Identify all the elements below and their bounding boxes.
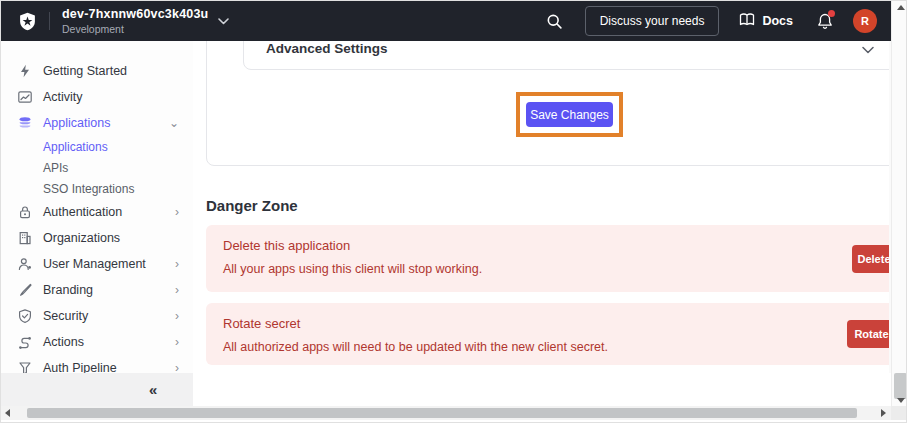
sidebar-subitem-apis[interactable]: APIs	[1, 157, 193, 178]
horizontal-scrollbar-thumb[interactable]	[27, 408, 857, 418]
layers-icon	[17, 116, 32, 131]
user-icon	[17, 257, 32, 272]
user-avatar[interactable]: R	[853, 9, 877, 33]
chevron-right-icon: ›	[175, 362, 179, 373]
search-icon[interactable]	[546, 13, 563, 30]
shield-check-icon	[17, 309, 32, 324]
sidebar-item-activity[interactable]: Activity	[1, 84, 193, 110]
advanced-settings-label: Advanced Settings	[266, 41, 388, 56]
docs-link[interactable]: Docs	[739, 13, 793, 30]
sidebar-item-label: Getting Started	[43, 64, 179, 78]
scroll-up-arrow-icon[interactable]	[897, 5, 905, 10]
discuss-your-needs-button[interactable]: Discuss your needs	[585, 6, 720, 36]
chevron-right-icon: ›	[175, 258, 179, 270]
building-icon	[17, 231, 32, 246]
notifications-bell-icon[interactable]	[817, 13, 833, 30]
chevron-down-icon[interactable]	[218, 18, 229, 25]
danger-card-delete: Delete this applicationAll your apps usi…	[206, 225, 891, 292]
activity-chart-icon	[17, 90, 32, 105]
scroll-down-arrow-icon[interactable]	[897, 398, 905, 403]
sidebar-footer: «	[1, 373, 193, 406]
sidebar-subitem-label: SSO Integrations	[43, 182, 134, 196]
sidebar-subitem-applications[interactable]: Applications	[1, 136, 193, 157]
scroll-left-arrow-icon[interactable]	[5, 409, 10, 417]
sidebar-item-applications[interactable]: Applications⌄	[1, 110, 193, 136]
sidebar-item-getting-started[interactable]: Getting Started	[1, 58, 193, 84]
sidebar-item-label: Actions	[43, 335, 175, 349]
docs-label: Docs	[762, 14, 793, 28]
danger-card-description: All your apps using this client will sto…	[206, 253, 891, 276]
danger-card-description: All authorized apps will need to be upda…	[206, 331, 891, 354]
danger-card-rotate: Rotate secretAll authorized apps will ne…	[206, 303, 891, 365]
settings-form-card: Advanced Settings Save Changes	[206, 41, 891, 166]
delete-button[interactable]: Delete	[852, 245, 891, 273]
top-bar: dev-7hxnnw60vc3k403u Development Discuss…	[1, 1, 891, 41]
auth0-logo-icon[interactable]	[17, 11, 37, 31]
chevron-right-icon: ›	[175, 206, 179, 218]
sidebar: Getting StartedActivityApplications⌄Appl…	[1, 41, 193, 373]
advanced-settings-accordion[interactable]: Advanced Settings	[243, 41, 891, 70]
sidebar-item-label: Applications	[43, 116, 169, 130]
sidebar-subitem-label: APIs	[43, 161, 68, 175]
chevron-down-icon[interactable]	[862, 41, 874, 58]
book-icon	[739, 13, 755, 30]
pipeline-icon	[17, 361, 32, 374]
danger-zone-heading: Danger Zone	[206, 197, 298, 214]
flow-icon	[17, 335, 32, 350]
chevron-down-icon: ⌄	[169, 117, 179, 129]
horizontal-scrollbar[interactable]	[1, 406, 891, 420]
sidebar-item-label: User Management	[43, 257, 175, 271]
chevron-right-icon: ›	[175, 310, 179, 322]
main-content: Advanced Settings Save Changes Danger Zo…	[193, 41, 891, 406]
sidebar-item-user-management[interactable]: User Management›	[1, 251, 193, 277]
sidebar-item-label: Auth Pipeline	[43, 361, 175, 373]
rotate-button[interactable]: Rotate	[847, 320, 891, 348]
tenant-environment: Development	[62, 23, 208, 35]
sidebar-item-security[interactable]: Security›	[1, 303, 193, 329]
app-window: dev-7hxnnw60vc3k403u Development Discuss…	[0, 0, 907, 423]
sidebar-item-label: Organizations	[43, 231, 179, 245]
sidebar-item-auth-pipeline[interactable]: Auth Pipeline›	[1, 355, 193, 373]
sidebar-item-actions[interactable]: Actions›	[1, 329, 193, 355]
brush-icon	[17, 283, 32, 298]
sidebar-item-branding[interactable]: Branding›	[1, 277, 193, 303]
sidebar-item-organizations[interactable]: Organizations	[1, 225, 193, 251]
vertical-scrollbar-thumb[interactable]	[894, 373, 907, 399]
danger-card-title: Rotate secret	[206, 303, 891, 331]
chevron-right-icon: ›	[175, 284, 179, 296]
sidebar-subitem-label: Applications	[43, 140, 108, 154]
danger-card-title: Delete this application	[206, 225, 891, 253]
divider	[49, 12, 50, 30]
sidebar-item-label: Branding	[43, 283, 175, 297]
tenant-switcher[interactable]: dev-7hxnnw60vc3k403u Development	[62, 7, 208, 34]
sidebar-item-label: Security	[43, 309, 175, 323]
lock-icon	[17, 205, 32, 220]
sidebar-nav: Getting StartedActivityApplications⌄Appl…	[1, 41, 193, 373]
sidebar-collapse-button[interactable]: «	[149, 381, 157, 398]
scroll-right-arrow-icon[interactable]	[881, 409, 886, 417]
scrollbar-corner	[891, 406, 907, 420]
chevron-right-icon: ›	[175, 336, 179, 348]
save-changes-button[interactable]: Save Changes	[526, 102, 613, 127]
notification-dot	[828, 10, 835, 17]
zap-icon	[17, 64, 32, 79]
vertical-scrollbar[interactable]	[891, 1, 907, 406]
sidebar-item-label: Activity	[43, 90, 179, 104]
tenant-name: dev-7hxnnw60vc3k403u	[62, 7, 208, 21]
sidebar-item-authentication[interactable]: Authentication›	[1, 199, 193, 225]
sidebar-item-label: Authentication	[43, 205, 175, 219]
highlight-annotation-box: Save Changes	[516, 92, 623, 137]
sidebar-subitem-sso-integrations[interactable]: SSO Integrations	[1, 178, 193, 199]
